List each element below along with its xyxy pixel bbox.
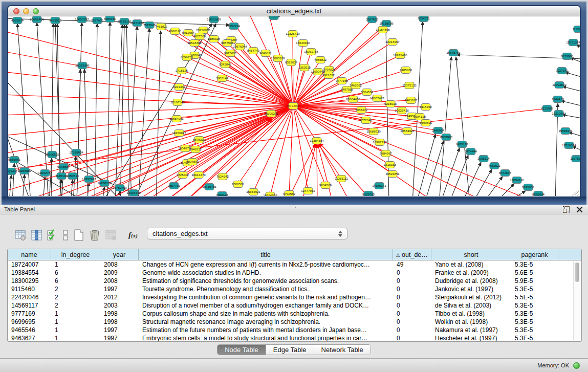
- table-cell[interactable]: 5.3E-5: [511, 261, 558, 268]
- graph-node[interactable]: 10688639: [366, 128, 381, 135]
- new-file-icon[interactable]: [73, 229, 85, 241]
- graph-node[interactable]: 9115460: [420, 104, 432, 111]
- row-check-icon[interactable]: [46, 229, 58, 241]
- table-cell[interactable]: 1: [51, 310, 100, 317]
- graph-node[interactable]: 8894890: [186, 159, 199, 165]
- graph-node[interactable]: 9463627: [405, 97, 418, 104]
- table-cell[interactable]: 5.3E-5: [511, 326, 558, 334]
- column-visibility-icon[interactable]: [30, 229, 42, 241]
- graph-node[interactable]: 16914479: [191, 172, 206, 179]
- table-cell[interactable]: Yano et al. (2008): [431, 261, 511, 268]
- table-cell[interactable]: 0: [393, 294, 431, 301]
- table-cell[interactable]: 5.3E-5: [511, 302, 558, 309]
- graph-node[interactable]: 14156141: [372, 183, 386, 189]
- graph-node[interactable]: 9245652: [522, 184, 535, 191]
- graph-node[interactable]: 9777169: [336, 78, 349, 84]
- graph-node[interactable]: 10807487: [370, 95, 384, 102]
- column-header-short[interactable]: short: [431, 249, 511, 260]
- table-cell[interactable]: 0: [393, 302, 431, 309]
- graph-node[interactable]: 8560604: [532, 191, 545, 196]
- graph-node[interactable]: 8396753: [181, 54, 193, 61]
- memory-status-icon[interactable]: [573, 362, 580, 369]
- table-cell[interactable]: 2003: [100, 302, 139, 309]
- column-header-name[interactable]: name: [8, 249, 51, 260]
- graph-node[interactable]: 1527602: [91, 17, 104, 24]
- graph-node[interactable]: 10653287: [75, 16, 89, 23]
- table-cell[interactable]: Estimation of significance thresholds fo…: [139, 277, 393, 285]
- graph-node[interactable]: 1112436: [572, 26, 580, 33]
- table-row[interactable]: 969969511998Structural magnetic resonanc…: [8, 318, 581, 326]
- close-panel-icon[interactable]: [576, 206, 583, 213]
- table-cell[interactable]: 2: [51, 302, 100, 309]
- graph-node[interactable]: 9634509: [319, 182, 332, 189]
- table-row[interactable]: 1938455462009Genome-wide association stu…: [8, 269, 581, 277]
- table-cell[interactable]: de Silva et al. (2003): [431, 302, 511, 309]
- graph-node[interactable]: 8215958: [541, 105, 554, 112]
- graph-node[interactable]: 3915481: [8, 168, 18, 175]
- table-cell[interactable]: Nakamura et al. (1997): [431, 326, 511, 334]
- graph-node[interactable]: 9604128: [413, 114, 426, 120]
- float-panel-icon[interactable]: [562, 206, 570, 213]
- graph-node[interactable]: 16154808: [376, 27, 390, 33]
- graph-node[interactable]: 8660128: [169, 28, 182, 35]
- graph-node[interactable]: 8813054: [268, 16, 280, 20]
- table-cell[interactable]: 9465546: [8, 326, 51, 334]
- graph-node[interactable]: 5912954: [182, 30, 195, 36]
- graph-node[interactable]: 7462123: [216, 192, 229, 196]
- graph-node[interactable]: 2687652: [366, 16, 379, 23]
- graph-node[interactable]: 9827508: [193, 33, 206, 40]
- table-cell[interactable]: 5.9E-5: [511, 277, 558, 285]
- graph-node[interactable]: 7485063: [400, 67, 412, 74]
- table-cell[interactable]: 6: [51, 277, 100, 285]
- table-cell[interactable]: 5.3E-5: [511, 310, 558, 317]
- table-cell[interactable]: 5.3E-5: [511, 318, 558, 325]
- table-settings-icon[interactable]: [14, 229, 27, 241]
- table-cell[interactable]: 0: [393, 310, 431, 317]
- table-cell[interactable]: 0: [393, 269, 431, 276]
- graph-node[interactable]: 16543382: [187, 40, 202, 47]
- graph-node[interactable]: 6216013: [384, 101, 397, 107]
- table-cell[interactable]: 1997: [100, 335, 139, 342]
- graph-node[interactable]: 20206526: [45, 151, 59, 158]
- graph-node[interactable]: 9329765: [362, 191, 375, 196]
- table-cell[interactable]: 0: [393, 286, 431, 293]
- table-cell[interactable]: 19384554: [8, 269, 51, 276]
- graph-node[interactable]: 6479197: [456, 141, 469, 148]
- table-cell[interactable]: 0: [393, 277, 431, 285]
- graph-node[interactable]: 1244413: [552, 96, 564, 103]
- graph-node[interactable]: 15692971: [558, 128, 573, 135]
- table-cell[interactable]: Changes of HCN gene expression and I(f) …: [139, 261, 393, 268]
- column-header-title[interactable]: title: [139, 249, 393, 260]
- table-selector-combobox[interactable]: citations_edges.txt: [147, 228, 347, 239]
- graph-node[interactable]: 2718126: [176, 68, 188, 74]
- table-cell[interactable]: Tibbo et al. (1998): [431, 310, 511, 317]
- column-header-year[interactable]: year: [100, 249, 139, 260]
- table-cell[interactable]: Investigating the contribution of common…: [139, 294, 393, 301]
- graph-node[interactable]: 4572048: [360, 117, 373, 124]
- graph-node[interactable]: 9975887: [57, 164, 70, 170]
- graph-node[interactable]: 1167533: [570, 156, 580, 162]
- graph-node[interactable]: 19524851: [385, 171, 400, 178]
- graph-node[interactable]: 9483513: [49, 17, 62, 24]
- table-cell[interactable]: 2008: [100, 277, 139, 285]
- table-cell[interactable]: Corpus callosum shape and size in male p…: [139, 310, 393, 317]
- table-cell[interactable]: 1998: [100, 310, 139, 317]
- graph-node[interactable]: 19654901: [169, 116, 184, 122]
- graph-node[interactable]: 20364456: [346, 96, 360, 103]
- table-cell[interactable]: Estimation of the future numbers of pati…: [139, 326, 393, 334]
- graph-node[interactable]: 19384554: [310, 138, 324, 144]
- graph-node[interactable]: 10025418: [395, 107, 409, 114]
- graph-node[interactable]: 16961758: [304, 49, 318, 55]
- graph-node[interactable]: 29676048: [233, 43, 247, 50]
- table-cell[interactable]: 9699695: [8, 318, 51, 325]
- table-cell[interactable]: 14569117: [8, 302, 51, 309]
- graph-node[interactable]: 9646821: [259, 50, 272, 57]
- graph-node[interactable]: 18107540: [170, 99, 185, 106]
- table-cell[interactable]: Disruption of a novel member of a sodium…: [139, 302, 393, 309]
- graph-node[interactable]: 8454749: [247, 48, 260, 54]
- graph-node[interactable]: 9500581: [232, 181, 245, 188]
- graph-node[interactable]: 10654112: [510, 177, 524, 184]
- table-cell[interactable]: Wolkin et al. (1998): [431, 318, 511, 325]
- graph-node[interactable]: 20691406: [30, 16, 44, 23]
- table-cell[interactable]: 1: [51, 326, 100, 334]
